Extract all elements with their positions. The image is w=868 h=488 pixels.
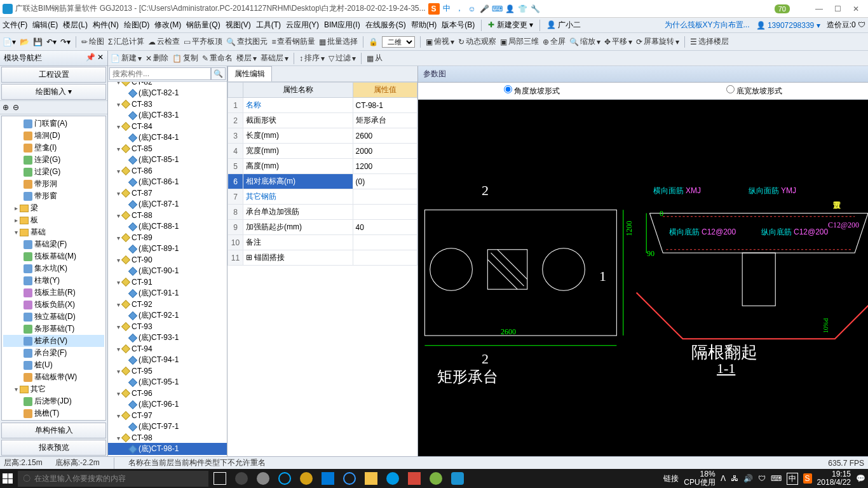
menu-rebar[interactable]: 钢筋量(Q) [186,20,220,30]
local3d-button[interactable]: ▣ 局部三维 [500,36,539,47]
nav-collapse-icon[interactable]: ⊖ [13,103,19,112]
component-tree[interactable]: ▾ CT-82 (底)CT-82-1▾ CT-83 (底)CT-83-1▾ CT… [108,82,227,456]
tree-f4[interactable]: 柱墩(Y) [34,275,60,286]
radio-angle[interactable]: 角度放坡形式 [504,85,560,97]
menu-cloud[interactable]: 云应用(Y) [286,20,319,30]
tree-o3[interactable]: 栏板(K) [34,420,60,421]
user-label[interactable]: 👤 广小二 [546,20,581,30]
tree-niche[interactable]: 壁龛(I) [34,142,57,153]
comp-parent[interactable]: ▾ CT-83 [108,99,227,109]
comp-parent[interactable]: ▾ CT-88 [108,210,227,220]
tree-beam-grp[interactable]: 梁 [31,203,38,214]
new-comp-button[interactable]: 📄 新建 ▾ [111,53,142,64]
close-button[interactable]: ✕ [853,4,859,13]
comp-child[interactable]: (底)CT-95-1 [108,376,227,388]
taskbar-app-1[interactable] [235,472,248,485]
tray-notif-icon[interactable]: 💬 [856,474,865,483]
full-button[interactable]: ⊕ 全屏 [543,36,566,47]
prop-row[interactable]: 9加强筋起步(mm)40 [228,220,417,235]
search-input[interactable] [109,67,211,80]
coin-label[interactable]: 造价豆:0 🛡 [827,20,865,30]
minimize-button[interactable]: — [815,4,823,13]
tree-opening[interactable]: 墙洞(D) [34,130,60,141]
find-button[interactable]: 🔍 查找图元 [226,36,268,47]
taskbar-app-5[interactable] [386,472,399,485]
tree-striphole[interactable]: 带形洞 [34,179,57,189]
tree-slab-grp[interactable]: 板 [31,215,38,226]
param-canvas[interactable]: 2 1 2600 2 矩形承台 横向面筋 XMJ 纵向面筋 YMJ 横向底筋 C… [418,100,868,456]
prop-row[interactable]: 10备注 [228,235,417,250]
draw-button[interactable]: ✏ 绘图 [81,36,104,47]
menu-modify[interactable]: 修改(M) [154,20,181,30]
menu-view[interactable]: 视图(V) [226,20,251,30]
property-grid[interactable]: 属性名称属性值 1名称CT-98-12截面形状矩形承台3长度(mm)26004宽… [227,82,417,456]
ime-skin-icon[interactable]: 👕 [517,3,529,15]
tree-stripwin[interactable]: 带形窗 [34,191,57,201]
comp-parent[interactable]: ▾ CT-84 [108,121,227,132]
taskbar-explorer-icon[interactable] [365,472,377,485]
bird-button[interactable]: ▣ 俯视 ▾ [426,36,454,47]
tree-found-grp[interactable]: 基础 [31,227,46,238]
comp-child[interactable]: (底)CT-91-1 [108,287,227,299]
prop-row[interactable]: 8承台单边加强筋 [228,205,417,220]
tree-f2[interactable]: 筏板基础(M) [34,251,76,262]
ime-sogou-icon[interactable]: S [428,3,440,15]
tray-lang[interactable]: 中 [787,473,798,485]
tray-net-icon[interactable]: 🖧 [731,474,738,483]
comp-parent[interactable]: ▾ CT-96 [108,388,227,398]
comp-parent[interactable]: ▾ CT-91 [108,277,227,287]
ime-lang-icon[interactable]: 中 [441,3,452,15]
new-change-button[interactable]: ✚ 新建变更 ▾ [488,20,533,30]
tree-f5[interactable]: 筏板主筋(R) [34,287,76,298]
tray-shield-icon[interactable]: 🛡 [758,474,766,483]
tray-sogou[interactable]: S [803,473,812,484]
dyn-button[interactable]: ↻ 动态观察 [458,36,496,47]
sort-button[interactable]: ↕ 排序 ▾ [299,53,325,64]
tab-draw-input[interactable]: 绘图输入 ▾ [1,84,106,100]
comp-parent[interactable]: ▾ CT-86 [108,166,227,176]
comp-child[interactable]: (底)CT-88-1 [108,220,227,233]
maximize-button[interactable]: ☐ [834,4,841,13]
tab-single-input[interactable]: 单构件输入 [1,423,106,438]
tree-f11[interactable]: 桩(U) [34,360,53,370]
comp-child[interactable]: (底)CT-89-1 [108,243,227,255]
taskbar-app-3[interactable] [300,472,313,485]
comp-parent[interactable]: ▾ CT-93 [108,322,227,332]
radio-width[interactable]: 底宽放坡形式 [726,85,782,97]
tree-lintel[interactable]: 连梁(G) [34,154,60,165]
comp-child[interactable]: (底)CT-94-1 [108,354,227,366]
tree-o1[interactable]: 后浇带(JD) [34,396,72,407]
tree-colbeam[interactable]: 过梁(G) [34,166,60,177]
ime-keyboard-icon[interactable]: ⌨ [492,3,503,15]
tray-vol-icon[interactable]: 🔊 [743,474,753,483]
ime-mic-icon[interactable]: 🎤 [479,3,491,15]
comp-child[interactable]: (底)CT-92-1 [108,309,227,322]
comp-parent[interactable]: ▾ CT-90 [108,255,227,265]
comp-child[interactable]: (底)CT-93-1 [108,332,227,344]
open-file-icon[interactable]: 📂 [20,37,29,46]
menu-draw[interactable]: 绘图(D) [124,20,150,30]
search-button[interactable]: 🔍 [211,67,226,80]
tray-link[interactable]: 链接 [663,473,679,484]
tab-report[interactable]: 报表预览 [1,440,106,456]
rotate-button[interactable]: ⟳ 屏幕旋转 ▾ [636,36,679,47]
taskbar-edge-icon[interactable] [278,472,291,485]
tree-f3[interactable]: 集水坑(K) [34,263,67,274]
ime-punct-icon[interactable]: ， [454,3,465,15]
prop-row[interactable]: 11⊞ 锚固搭接 [228,250,417,266]
comp-parent[interactable]: ▾ CT-97 [108,410,227,421]
lock-icon[interactable]: 🔒 [369,37,378,46]
ime-user-icon[interactable]: 👤 [505,3,516,15]
dim-select[interactable]: 二维 [382,36,415,48]
tray-ime-icon[interactable]: ⌨ [771,474,782,483]
comp-child[interactable]: (底)CT-83-1 [108,109,227,121]
comp-parent[interactable]: ▾ CT-87 [108,188,227,198]
comp-parent[interactable]: ▾ CT-94 [108,344,227,354]
menu-file[interactable]: 文件(F) [3,20,27,30]
tree-f1[interactable]: 基础梁(F) [34,239,67,250]
cloud-check-button[interactable]: ☁ 云检查 [148,36,180,47]
menu-component[interactable]: 构件(N) [93,20,119,30]
comp-child[interactable]: (底)CT-85-1 [108,154,227,166]
prop-tab[interactable]: 属性编辑 [227,66,272,81]
tab-project-settings[interactable]: 工程设置 [1,67,106,83]
